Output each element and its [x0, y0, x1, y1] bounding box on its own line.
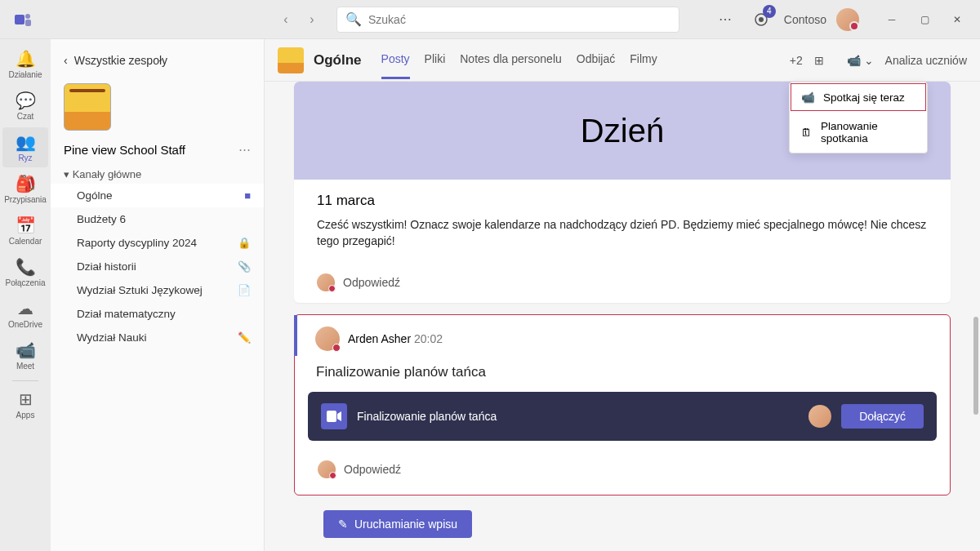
- channel-sidebar: ‹ Wszystkie zespoły Pine view School Sta…: [51, 39, 265, 551]
- lock-icon: 🔒: [238, 237, 251, 249]
- search-icon: 🔍: [345, 11, 362, 27]
- channel-ogolne[interactable]: Ogólne■: [51, 184, 264, 207]
- chevron-left-icon: ‹: [64, 54, 68, 67]
- avatar-icon: [318, 460, 336, 478]
- svg-rect-5: [327, 411, 336, 422]
- tab-pliki[interactable]: Pliki: [425, 41, 446, 79]
- channel-nauka[interactable]: Wydział Nauki✏️: [51, 326, 264, 349]
- svg-rect-0: [15, 15, 24, 24]
- nav-forward-button[interactable]: ›: [301, 8, 323, 31]
- channel-matematyka[interactable]: Dział matematyczny: [51, 302, 264, 326]
- app-rail: 🔔Działanie 💬Czat 👥Ryz 🎒Przypisania 📅Cale…: [0, 39, 51, 551]
- post1-body: Cześć wszystkim! Oznacz swoje kalendarze…: [317, 217, 928, 249]
- post2-title: Finalizowanie planów tańca: [295, 356, 950, 392]
- participant-avatar[interactable]: [808, 405, 831, 428]
- more-tabs[interactable]: +2: [790, 54, 803, 67]
- rail-chat[interactable]: 💬Czat: [2, 86, 48, 126]
- rail-meet[interactable]: 📹Meet: [2, 335, 48, 375]
- backpack-icon: 🎒: [2, 174, 48, 193]
- calendar-plus-icon: 🗓: [801, 127, 813, 139]
- plus-box-icon: ⊞: [2, 389, 48, 409]
- teams-logo-icon: [13, 10, 33, 29]
- attachment-icon: 📎: [238, 260, 251, 273]
- meet-dropdown: 📹 Spotkaj się teraz 🗓 Planowanie spotkan…: [789, 82, 928, 153]
- rail-calls[interactable]: 📞Połączenia: [2, 252, 48, 292]
- chat-icon: 💬: [2, 91, 48, 110]
- post2-reply[interactable]: Odpowiedź: [295, 449, 950, 490]
- channel-historia[interactable]: Dział historii📎: [51, 255, 264, 278]
- maximize-button[interactable]: ▢: [908, 7, 941, 33]
- camera-icon[interactable]: 📹 ⌄: [847, 54, 874, 67]
- meeting-title: Finalizowanie planów tańca: [357, 410, 799, 423]
- compose-post-button[interactable]: ✎ Uruchamianie wpisu: [323, 510, 472, 538]
- minimize-button[interactable]: ─: [875, 7, 908, 33]
- team-more-icon[interactable]: ⋯: [238, 142, 251, 157]
- channels-header[interactable]: ▾ Kanały główne: [51, 165, 264, 184]
- rail-assignments[interactable]: 🎒Przypisania: [2, 169, 48, 209]
- bell-icon: 🔔: [2, 49, 48, 69]
- post-card-2: Arden Asher 20:02 Finalizowanie planów t…: [294, 314, 951, 495]
- post1-date: 11 marca: [317, 193, 928, 209]
- meet-now-option[interactable]: 📹 Spotkaj się teraz: [790, 82, 927, 112]
- close-button[interactable]: ✕: [941, 7, 973, 33]
- calendar-icon: 📅: [2, 216, 48, 235]
- channel-logo: [278, 47, 304, 73]
- tab-posty[interactable]: Posty: [381, 41, 410, 79]
- svg-rect-2: [25, 20, 31, 26]
- channel-jezykowa[interactable]: Wydział Sztuki Językowej📄: [51, 278, 264, 302]
- author-name[interactable]: Arden Asher 20:02: [348, 332, 443, 345]
- channel-title: Ogólne: [314, 52, 362, 69]
- rail-apps[interactable]: ⊞Apps: [2, 384, 48, 424]
- video-fill-icon: [321, 403, 347, 429]
- svg-point-1: [25, 14, 30, 19]
- people-icon: 👥: [2, 132, 48, 152]
- rail-activity[interactable]: 🔔Działanie: [2, 44, 48, 84]
- phone-icon: 📞: [2, 257, 48, 277]
- search-input[interactable]: [368, 13, 670, 26]
- video-icon: 📹: [801, 91, 815, 104]
- rail-separator: [12, 380, 38, 381]
- scrollbar[interactable]: [973, 317, 978, 415]
- rail-calendar[interactable]: 📅Calendar: [2, 211, 48, 251]
- video-icon: ■: [244, 189, 251, 202]
- author-avatar[interactable]: [315, 327, 340, 351]
- pencil-icon: ✏️: [238, 331, 251, 344]
- back-all-teams[interactable]: ‹ Wszystkie zespoły: [51, 49, 264, 72]
- team-name-label: Pine view School Staff: [64, 143, 185, 157]
- tab-odbijac[interactable]: Odbijać: [577, 41, 615, 79]
- join-button[interactable]: Dołączyć: [841, 404, 924, 429]
- tab-filmy[interactable]: Filmy: [630, 41, 657, 79]
- post1-reply[interactable]: Odpowiedź: [294, 262, 951, 303]
- tab-notes[interactable]: Notes dla personelu: [460, 41, 562, 79]
- user-avatar[interactable]: [836, 8, 859, 31]
- analysis-link[interactable]: Analiza uczniów: [885, 54, 967, 67]
- nav-back-button[interactable]: ‹: [274, 8, 297, 31]
- avatar-icon: [317, 273, 335, 291]
- svg-point-4: [759, 17, 764, 22]
- meeting-card: Finalizowanie planów tańca Dołączyć: [308, 392, 937, 441]
- channel-raporty[interactable]: Raporty dyscypliny 2024🔒: [51, 231, 264, 255]
- notification-badge: 4: [763, 5, 776, 18]
- rail-onedrive[interactable]: ☁OneDrive: [2, 294, 48, 334]
- channel-budzety[interactable]: Budżety 6: [51, 207, 264, 231]
- schedule-meeting-option[interactable]: 🗓 Planowanie spotkania: [790, 112, 927, 153]
- add-tab-icon[interactable]: ⊞: [814, 54, 824, 67]
- more-icon[interactable]: ⋯: [712, 7, 738, 33]
- search-box[interactable]: 🔍: [336, 7, 679, 33]
- cloud-icon: ☁: [2, 299, 48, 318]
- notifications-icon[interactable]: 4: [748, 7, 774, 33]
- org-name: Contoso: [784, 13, 826, 26]
- doc-icon: 📄: [238, 284, 251, 296]
- video-icon: 📹: [2, 340, 48, 360]
- rail-teams[interactable]: 👥Ryz: [2, 127, 48, 167]
- compose-icon: ✎: [338, 518, 348, 531]
- team-avatar[interactable]: [64, 83, 111, 131]
